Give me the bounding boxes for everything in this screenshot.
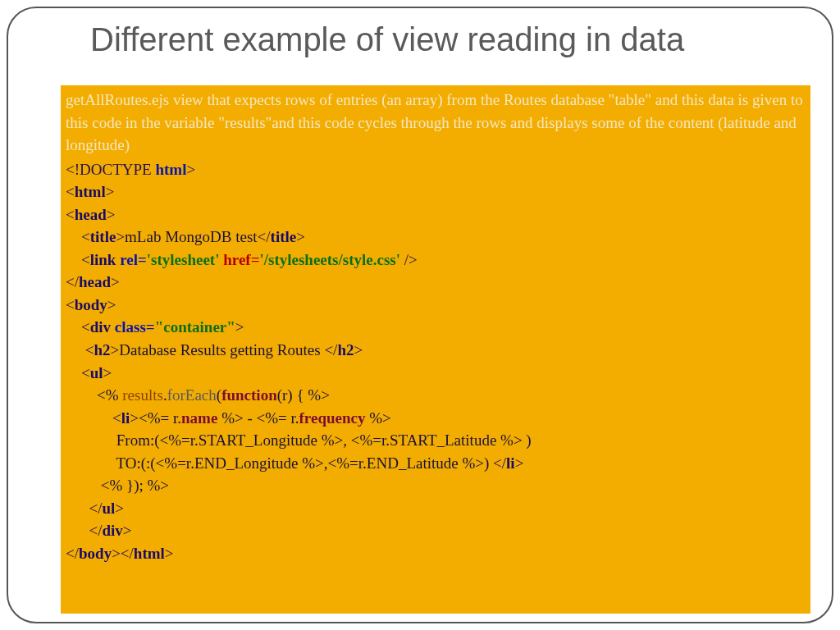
code-line: From:(<%=r.START_Longitude %>, <%=r.STAR… <box>66 429 806 452</box>
code-line: <% results.forEach(function(r) { %> <box>66 384 806 407</box>
code-line: <% }); %> <box>66 474 806 497</box>
code-line: <ul> <box>66 362 806 385</box>
code-box: getAllRoutes.ejs view that expects rows … <box>61 85 810 614</box>
code-line: <head> <box>66 203 806 226</box>
code-line: <title>mLab MongoDB test</title> <box>66 226 806 249</box>
code-line: <link rel='stylesheet' href='/stylesheet… <box>66 249 806 272</box>
code-line: </head> <box>66 271 806 294</box>
code-line: <li><%= r.name %> - <%= r.frequency %> <box>66 407 806 430</box>
code-description: getAllRoutes.ejs view that expects rows … <box>66 89 806 157</box>
code-line: <body> <box>66 294 806 317</box>
code-line: <div class="container"> <box>66 316 806 339</box>
code-line: <h2>Database Results getting Routes </h2… <box>66 339 806 362</box>
code-line: <!DOCTYPE html> <box>66 158 806 181</box>
code-line: <html> <box>66 180 806 203</box>
code-line: </ul> <box>66 497 806 520</box>
code-line: </div> <box>66 519 806 542</box>
code-line: TO:(:(<%=r.END_Longitude %>,<%=r.END_Lat… <box>66 452 806 475</box>
code-line: </body></html> <box>66 542 806 565</box>
